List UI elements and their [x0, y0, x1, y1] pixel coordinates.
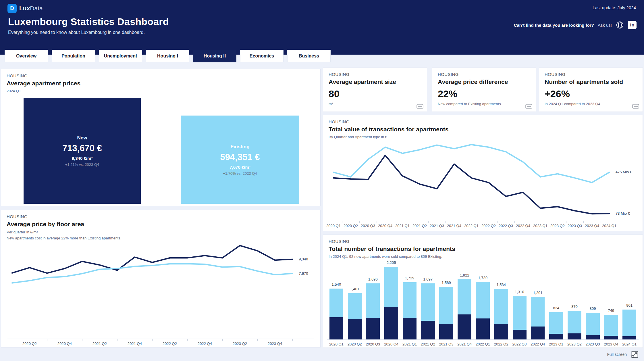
- bar-segment-new[interactable]: [622, 336, 636, 339]
- card-subtitle: By Quarter and Apartment type in €.: [329, 135, 637, 140]
- stacked-bar-2020-q4[interactable]: [384, 267, 398, 339]
- bar-total-label: 1,729: [400, 276, 419, 280]
- bar-segment-new[interactable]: [513, 330, 527, 339]
- bar-segment-new[interactable]: [494, 324, 508, 339]
- bar-segment-new[interactable]: [458, 314, 471, 339]
- bar-total-label: 1,697: [419, 277, 437, 281]
- axis-tick: [47, 339, 47, 341]
- bar-total-label: 1,540: [327, 282, 346, 287]
- bar-segment-existing[interactable]: [568, 311, 581, 333]
- bar-total-label: 1,696: [364, 277, 382, 281]
- luxdata-logo[interactable]: D LuxData: [7, 4, 43, 13]
- stacked-bar-2023-q4[interactable]: [604, 315, 618, 339]
- axis-tick: [601, 221, 601, 223]
- card-title: Average price by floor area: [7, 221, 315, 228]
- stacked-bar-2020-q2[interactable]: [348, 293, 362, 339]
- kpi-unit: m²: [329, 102, 422, 106]
- bar-segment-existing[interactable]: [329, 289, 343, 317]
- bar-segment-existing[interactable]: [513, 296, 527, 329]
- bar-segment-existing[interactable]: [403, 282, 417, 318]
- tab-economics[interactable]: Economics: [240, 50, 284, 62]
- card-title: Average apartment size: [329, 78, 422, 85]
- bar-segment-new[interactable]: [366, 318, 380, 339]
- bar-price: 594,351 €: [220, 152, 260, 162]
- contact-question: Can’t find the data you are looking for?: [514, 23, 594, 28]
- stacked-bar-2023-q1[interactable]: [549, 312, 563, 339]
- bar-segment-new[interactable]: [531, 327, 545, 339]
- bar-segment-new[interactable]: [348, 319, 362, 339]
- transaction-count-chart: 1,5402020 Q11,4012020 Q21,6962020 Q32,20…: [327, 262, 639, 347]
- axis-tick: [222, 339, 223, 341]
- bar-segment-existing[interactable]: [439, 287, 453, 324]
- view-data-icon[interactable]: [525, 104, 532, 109]
- stacked-bar-2021-q1[interactable]: [403, 282, 417, 339]
- axis-tick: [117, 339, 117, 341]
- bar-segment-existing[interactable]: [421, 283, 435, 321]
- ask-us-link[interactable]: Ask us!: [598, 23, 612, 28]
- stacked-bar-2021-q2[interactable]: [421, 283, 435, 339]
- bar-segment-existing[interactable]: [531, 297, 545, 327]
- bar-segment-new[interactable]: [604, 336, 618, 339]
- card-header: HOUSING Total value of transactions for …: [329, 119, 637, 140]
- stacked-bar-2021-q3[interactable]: [439, 287, 453, 339]
- stacked-bar-2022-q2[interactable]: [494, 289, 508, 339]
- card-average-price-difference: HOUSING Average price difference 22% New…: [432, 68, 536, 112]
- bar-segment-existing[interactable]: [549, 312, 563, 334]
- bar-total-label: 1,589: [437, 281, 456, 285]
- bar-segment-existing[interactable]: [384, 267, 398, 307]
- card-average-apartment-prices: HOUSING Average apartment prices 2024 Q1…: [1, 69, 321, 206]
- bar-segment-existing[interactable]: [604, 315, 618, 336]
- kpi-value: 80: [329, 88, 422, 99]
- bar-segment-existing[interactable]: [348, 293, 362, 319]
- bar-segment-new[interactable]: [439, 324, 453, 339]
- stacked-bar-2023-q2[interactable]: [568, 311, 581, 339]
- bar-total-label: 870: [565, 304, 584, 309]
- stacked-bar-2020-q3[interactable]: [366, 283, 380, 339]
- bar-segment-new[interactable]: [403, 318, 417, 339]
- bar-total-label: 1,401: [346, 287, 364, 291]
- bar-segment-new[interactable]: [568, 333, 581, 339]
- stacked-bar-2021-q4[interactable]: [458, 279, 471, 339]
- bar-segment-existing[interactable]: [586, 313, 600, 335]
- tab-business[interactable]: Business: [287, 50, 331, 62]
- line-end-label-existing: 7,670: [299, 271, 308, 276]
- luxdata-logo-icon: D: [7, 4, 17, 13]
- stacked-bar-2024-q1[interactable]: [622, 310, 636, 339]
- bar-segment-existing[interactable]: [458, 279, 471, 314]
- stacked-bar-2023-q3[interactable]: [586, 313, 600, 339]
- globe-icon[interactable]: [616, 21, 624, 29]
- kpi-value: 22%: [438, 88, 531, 99]
- linkedin-icon[interactable]: in: [628, 21, 637, 29]
- tab-overview[interactable]: Overview: [5, 50, 48, 62]
- tab-unemployment[interactable]: Unemployment: [99, 50, 142, 62]
- bar-segment-existing[interactable]: [622, 310, 636, 336]
- bar-segment-new[interactable]: [586, 335, 600, 339]
- tab-housing-ii[interactable]: Housing II: [193, 50, 236, 62]
- bar-segment-existing[interactable]: [494, 289, 508, 324]
- view-data-icon[interactable]: [417, 104, 423, 109]
- bar-segment-existing[interactable]: [476, 282, 490, 318]
- price-by-floor-area-chart: 9,3407,6702020 Q22020 Q42021 Q22021 Q420…: [7, 240, 314, 347]
- bar-segment-new[interactable]: [476, 318, 490, 339]
- full-screen-icon[interactable]: [630, 350, 639, 359]
- stacked-bar-2020-q1[interactable]: [329, 289, 343, 339]
- card-title: Number of apartments sold: [545, 78, 637, 85]
- stacked-bar-2022-q3[interactable]: [513, 296, 527, 339]
- bar-change: +1.70% vs. 2023 Q4: [223, 171, 257, 176]
- tab-housing-i[interactable]: Housing I: [146, 50, 189, 62]
- bar-price: 713,670 €: [62, 143, 102, 153]
- x-axis-line: [327, 339, 639, 340]
- bar-segment-new[interactable]: [384, 307, 398, 339]
- view-data-icon[interactable]: [632, 104, 639, 109]
- bar-segment-new[interactable]: [329, 317, 343, 339]
- tab-population[interactable]: Population: [52, 50, 95, 62]
- stacked-bar-2022-q1[interactable]: [476, 282, 490, 339]
- stacked-bar-2022-q4[interactable]: [531, 297, 545, 339]
- bar-label: Existing: [230, 144, 249, 150]
- card-subtitle: In 2024 Q1, 92 new apartments were sold …: [329, 254, 637, 259]
- bar-segment-existing[interactable]: [366, 283, 380, 318]
- bar-segment-new[interactable]: [421, 321, 435, 339]
- bar-segment-new[interactable]: [549, 334, 563, 339]
- new-apartments-bar[interactable]: New 713,670 € 9,340 €/m² +1.21% vs. 2023…: [24, 98, 141, 204]
- existing-apartments-bar[interactable]: Existing 594,351 € 7,670 €/m² +1.70% vs.…: [181, 116, 299, 204]
